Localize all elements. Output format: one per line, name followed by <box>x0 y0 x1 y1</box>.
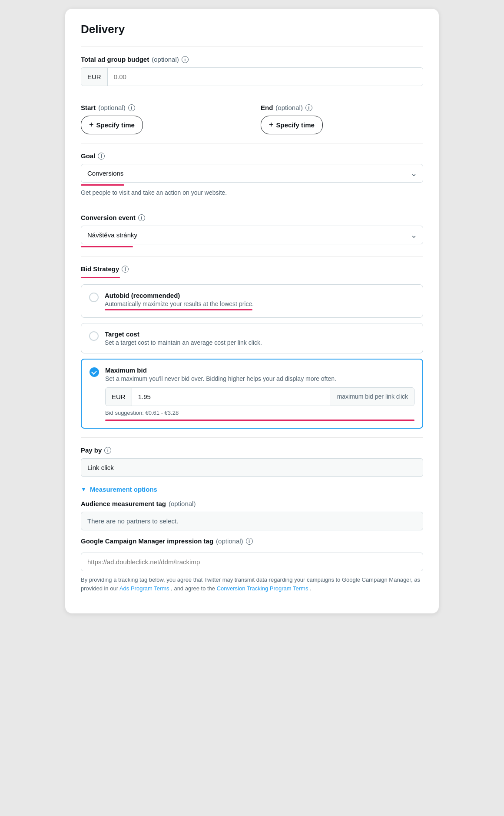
budget-optional: (optional) <box>152 56 179 63</box>
gcm-info-icon[interactable]: i <box>246 538 253 545</box>
gcm-input[interactable] <box>81 553 423 571</box>
max-bid-currency: EUR <box>106 388 132 406</box>
bid-option-max-bid-desc: Set a maximum you'll never bid over. Bid… <box>105 375 414 382</box>
divider-top <box>81 47 423 47</box>
budget-currency: EUR <box>81 68 108 86</box>
budget-section: Total ad group budget (optional) i EUR <box>81 56 423 86</box>
end-plus-icon: + <box>269 120 274 130</box>
divider-3 <box>81 143 423 143</box>
measurement-toggle[interactable]: ▼ Measurement options <box>81 486 423 493</box>
end-label: End (optional) i <box>261 104 423 111</box>
start-info-icon[interactable]: i <box>128 104 135 111</box>
conversion-tracking-terms-link[interactable]: Conversion Tracking Program Terms <box>217 585 308 592</box>
bid-option-autobid[interactable]: Autobid (recommended) Automatically maxi… <box>81 284 423 318</box>
bid-option-autobid-content: Autobid (recommended) Automatically maxi… <box>105 292 254 310</box>
autobid-underline <box>105 309 252 310</box>
pay-by-info-icon[interactable]: i <box>104 447 111 454</box>
bid-suggestion-text: Bid suggestion: €0.61 - €3.28 <box>105 410 414 416</box>
bid-strategy-info-icon[interactable]: i <box>122 266 129 273</box>
bid-option-target-cost-content: Target cost Set a target cost to maintai… <box>105 330 262 346</box>
bid-option-autobid-radio <box>89 293 99 302</box>
conversion-event-select[interactable]: Návštěva stránky <box>81 226 423 244</box>
conversion-event-info-icon[interactable]: i <box>138 214 145 221</box>
start-col: Start (optional) i + Specify time <box>81 104 243 134</box>
divider-2 <box>81 95 423 95</box>
budget-input-wrap: EUR <box>81 67 423 86</box>
max-bid-input-row: EUR 1.95 maximum bid per link click <box>105 387 414 406</box>
bid-option-max-bid-title: Maximum bid <box>105 366 414 374</box>
divider-5 <box>81 256 423 256</box>
audience-tag-no-partners: There are no partners to select. <box>81 512 423 530</box>
audience-tag-label: Audience measurement tag (optional) <box>81 500 423 507</box>
divider-4 <box>81 205 423 205</box>
measurement-chevron-icon: ▼ <box>81 486 86 493</box>
goal-info-icon[interactable]: i <box>98 153 105 160</box>
bid-strategy-section: Bid Strategy i Autobid (recommended) Aut… <box>81 265 423 429</box>
goal-description: Get people to visit and take an action o… <box>81 189 423 196</box>
ads-program-terms-link[interactable]: Ads Program Terms <box>119 585 169 592</box>
bid-option-max-bid-radio <box>90 367 99 377</box>
max-bid-body: EUR 1.95 maximum bid per link click Bid … <box>105 387 414 421</box>
goal-underline <box>81 184 124 186</box>
max-bid-value: 1.95 <box>132 388 331 406</box>
bid-option-autobid-desc: Automatically maximize your results at t… <box>105 300 254 307</box>
bid-option-target-cost-radio <box>89 331 99 341</box>
bid-option-max-bid-content: Maximum bid Set a maximum you'll never b… <box>105 366 414 421</box>
start-specify-button[interactable]: + Specify time <box>81 116 143 134</box>
pay-by-label: Pay by i <box>81 446 423 454</box>
measurement-section: ▼ Measurement options Audience measureme… <box>81 486 423 593</box>
goal-select[interactable]: Conversions <box>81 164 423 183</box>
budget-label: Total ad group budget (optional) i <box>81 56 423 63</box>
gcm-section: Google Campaign Manager impression tag (… <box>81 537 423 593</box>
conversion-event-label: Conversion event i <box>81 214 423 221</box>
end-specify-button[interactable]: + Specify time <box>261 116 323 134</box>
end-optional: (optional) <box>275 104 303 111</box>
audience-tag-section: Audience measurement tag (optional) Ther… <box>81 500 423 530</box>
pay-by-section: Pay by i Link click <box>81 446 423 477</box>
pay-by-value: Link click <box>81 458 423 477</box>
start-end-row: Start (optional) i + Specify time End (o… <box>81 104 423 134</box>
page-title: Delivery <box>81 23 423 36</box>
budget-input[interactable] <box>108 68 423 86</box>
bid-option-autobid-title: Autobid (recommended) <box>105 292 254 299</box>
bid-option-target-cost[interactable]: Target cost Set a target cost to maintai… <box>81 323 423 353</box>
max-bid-per-click-label: maximum bid per link click <box>331 388 414 406</box>
tracking-notice: By providing a tracking tag below, you a… <box>81 576 423 593</box>
budget-info-icon[interactable]: i <box>182 56 189 63</box>
start-optional: (optional) <box>98 104 126 111</box>
audience-tag-optional: (optional) <box>169 500 196 507</box>
divider-6 <box>81 437 423 438</box>
gcm-label: Google Campaign Manager impression tag (… <box>81 537 423 545</box>
bid-option-target-cost-title: Target cost <box>105 330 262 338</box>
end-col: End (optional) i + Specify time <box>261 104 423 134</box>
gcm-optional: (optional) <box>216 537 243 545</box>
goal-select-wrap: Conversions ⌄ <box>81 164 423 183</box>
delivery-card: Delivery Total ad group budget (optional… <box>65 9 439 613</box>
measurement-toggle-label: Measurement options <box>90 486 157 493</box>
bid-option-target-cost-desc: Set a target cost to maintain an average… <box>105 339 262 346</box>
start-label: Start (optional) i <box>81 104 243 111</box>
bid-strategy-label: Bid Strategy i <box>81 265 423 273</box>
max-bid-bottom-underline <box>105 420 414 421</box>
goal-section: Goal i Conversions ⌄ Get people to visit… <box>81 152 423 196</box>
conversion-event-select-wrap: Návštěva stránky ⌄ <box>81 226 423 244</box>
goal-label: Goal i <box>81 152 423 160</box>
end-info-icon[interactable]: i <box>305 104 312 111</box>
conversion-event-underline <box>81 246 133 247</box>
bid-strategy-label-underline <box>81 277 120 278</box>
conversion-event-section: Conversion event i Návštěva stránky ⌄ <box>81 214 423 247</box>
bid-option-max-bid[interactable]: Maximum bid Set a maximum you'll never b… <box>81 359 423 429</box>
start-plus-icon: + <box>89 120 94 130</box>
